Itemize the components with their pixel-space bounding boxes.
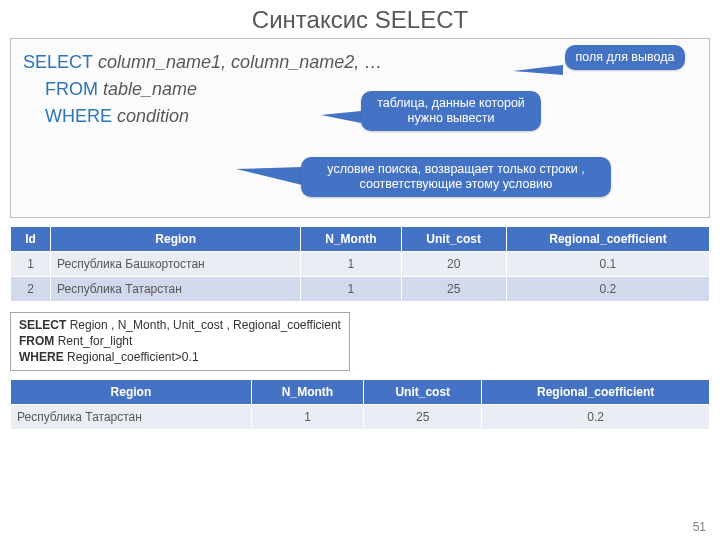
cell-region: Республика Татарстан [11,404,252,429]
cell-nmonth: 1 [251,404,363,429]
syntax-panel: SELECT column_name1, column_name2, … FRO… [10,38,710,218]
kw-from: FROM [45,79,98,99]
cell-unitcost: 25 [364,404,482,429]
th-nmonth: N_Month [251,379,363,404]
callout-condition-tail [236,167,302,185]
th-nmonth: N_Month [301,227,401,252]
cell-nmonth: 1 [301,252,401,277]
result-table: Region N_Month Unit_cost Regional_coeffi… [10,379,710,430]
q-where-arg: Regional_coefficient>0.1 [64,350,199,364]
th-unitcost: Unit_cost [364,379,482,404]
cell-unitcost: 25 [401,277,506,302]
th-unitcost: Unit_cost [401,227,506,252]
th-id: Id [11,227,51,252]
q-kw-where: WHERE [19,350,64,364]
th-region: Region [11,379,252,404]
cell-nmonth: 1 [301,277,401,302]
q-from-arg: Rent_for_light [54,334,132,348]
where-arg: condition [117,106,189,126]
cell-unitcost: 20 [401,252,506,277]
slide-title: Синтаксис SELECT [0,0,720,36]
callout-table: таблица, данные которой нужно вывести [361,91,541,131]
table-row: 1 Республика Башкортостан 1 20 0.1 [11,252,710,277]
table-row: 2 Республика Татарстан 1 25 0.2 [11,277,710,302]
callout-fields: поля для вывода [565,45,685,70]
source-table: Id Region N_Month Unit_cost Regional_coe… [10,226,710,302]
table-header-row: Region N_Month Unit_cost Regional_coeffi… [11,379,710,404]
th-coef: Regional_coefficient [482,379,710,404]
th-region: Region [51,227,301,252]
table-row: Республика Татарстан 1 25 0.2 [11,404,710,429]
cell-coef: 0.2 [506,277,709,302]
example-query: SELECT Region , N_Month, Unit_cost , Reg… [10,312,350,371]
callout-fields-tail [513,65,563,75]
from-arg: table_name [103,79,197,99]
callout-table-tail [321,111,361,123]
table-header-row: Id Region N_Month Unit_cost Regional_coe… [11,227,710,252]
syntax-from-line: FROM table_name [23,76,697,103]
q-kw-select: SELECT [19,318,66,332]
select-columns: column_name1, column_name2, … [98,52,382,72]
cell-coef: 0.1 [506,252,709,277]
cell-id: 2 [11,277,51,302]
q-select-cols: Region , N_Month, Unit_cost , Regional_c… [66,318,341,332]
page-number: 51 [693,520,706,534]
cell-id: 1 [11,252,51,277]
callout-condition: условие поиска, возвращает только строки… [301,157,611,197]
kw-select: SELECT [23,52,93,72]
cell-region: Республика Татарстан [51,277,301,302]
cell-region: Республика Башкортостан [51,252,301,277]
th-coef: Regional_coefficient [506,227,709,252]
cell-coef: 0.2 [482,404,710,429]
kw-where: WHERE [45,106,112,126]
q-kw-from: FROM [19,334,54,348]
